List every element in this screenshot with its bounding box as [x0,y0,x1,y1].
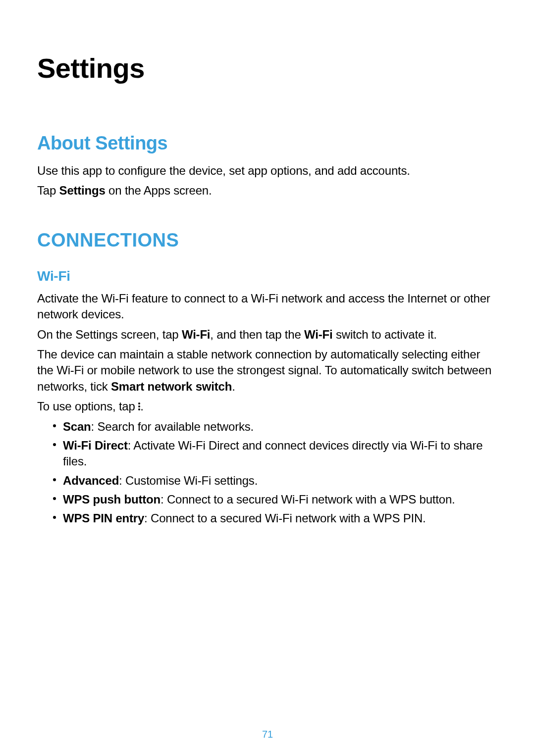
body-text: The device can maintain a stable network… [37,347,498,395]
wifi-options-list: Scan: Search for available networks. Wi-… [37,419,498,527]
text-run: The device can maintain a stable network… [37,348,491,393]
heading-about-settings: About Settings [37,131,498,156]
list-item: Scan: Search for available networks. [53,419,498,435]
text-bold: Smart network switch [111,380,232,393]
option-desc: : Connect to a secured Wi-Fi network wit… [144,511,426,525]
chapter-title: Settings [37,50,498,87]
option-desc: : Customise Wi-Fi settings. [119,474,258,487]
text-run: On the Settings screen, tap [37,328,182,341]
option-name: WPS PIN entry [63,511,144,525]
list-item: WPS PIN entry: Connect to a secured Wi-F… [53,510,498,526]
text-run: . [140,400,143,413]
manual-page: Settings About Settings Use this app to … [0,0,535,756]
option-name: Wi-Fi Direct [63,439,128,452]
option-name: Advanced [63,474,119,487]
option-name: Scan [63,420,91,433]
section-about-settings: About Settings Use this app to configure… [37,131,498,199]
page-number: 71 [0,728,535,741]
option-desc: : Search for available networks. [91,420,254,433]
text-run: Tap [37,184,59,197]
body-text: To use options, tap . [37,399,498,414]
text-run: on the Apps screen. [106,184,212,197]
heading-connections: CONNECTIONS [37,228,498,253]
heading-wifi: Wi-Fi [37,267,498,286]
text-bold: Wi-Fi [182,328,210,341]
body-text: On the Settings screen, tap Wi-Fi, and t… [37,327,498,343]
list-item: WPS push button: Connect to a secured Wi… [53,492,498,507]
option-desc: : Connect to a secured Wi-Fi network wit… [160,493,455,506]
text-run: . [232,380,235,393]
text-run: To use options, tap [37,400,138,413]
text-bold: Settings [59,184,106,197]
body-text: Tap Settings on the Apps screen. [37,183,498,199]
list-item: Wi-Fi Direct: Activate Wi-Fi Direct and … [53,438,498,470]
text-bold: Wi-Fi [304,328,332,341]
list-item: Advanced: Customise Wi-Fi settings. [53,473,498,489]
body-text: Activate the Wi-Fi feature to connect to… [37,291,498,323]
section-connections: CONNECTIONS Wi-Fi Activate the Wi-Fi fea… [37,228,498,527]
text-run: switch to activate it. [332,328,436,341]
option-name: WPS push button [63,493,160,506]
text-run: , and then tap the [210,328,304,341]
body-text: Use this app to configure the device, se… [37,163,498,179]
